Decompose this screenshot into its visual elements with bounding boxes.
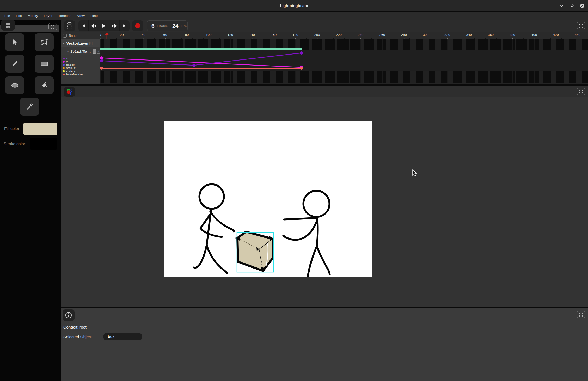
menu-view[interactable]: View: [74, 13, 88, 19]
menu-timeline[interactable]: Timeline: [56, 13, 75, 19]
property-name: x: [66, 57, 68, 60]
skip-to-end-button[interactable]: [120, 20, 130, 31]
keyframe-dot-x: [100, 59, 103, 62]
fill-color-label: Fill color:: [4, 126, 20, 131]
ruler-tick-label: 20: [120, 33, 124, 37]
minimize-button[interactable]: [558, 2, 565, 9]
ellipse-tool-button[interactable]: [5, 76, 24, 94]
info-button[interactable]: [63, 309, 75, 321]
ruler-tick-label: 160: [271, 33, 277, 37]
film-strip-icon: [66, 22, 73, 29]
context-label: Context: root: [63, 325, 87, 330]
fps-value: 24: [172, 23, 178, 29]
skip-start-icon: [81, 24, 86, 28]
ruler-tick-label: 220: [336, 33, 342, 37]
paint-bucket-tool-button[interactable]: [35, 76, 54, 94]
tool-panel-expand-button[interactable]: [48, 23, 57, 30]
property-row-scale_x[interactable]: scale_x: [61, 67, 100, 70]
ruler-tick-label: 400: [531, 33, 537, 37]
timeline-expand-button[interactable]: [577, 22, 585, 29]
selected-object-value[interactable]: box: [103, 333, 142, 340]
frame-label: FRAME: [157, 24, 168, 27]
panel-grid-button[interactable]: [1, 20, 15, 31]
eyedropper-icon: [26, 103, 34, 111]
stroke-color-swatch[interactable]: [30, 138, 57, 150]
property-row-frameNumber[interactable]: frameNumber: [61, 73, 100, 76]
ruler-tick-label: 260: [379, 33, 385, 37]
ruler-tick-label: 420: [553, 33, 559, 37]
playhead[interactable]: [105, 32, 109, 39]
rectangle-tool-button[interactable]: [35, 55, 54, 73]
layer-badge: [L]: [89, 41, 92, 45]
property-name: scale_y: [66, 70, 76, 73]
select-tool-button[interactable]: [5, 33, 24, 51]
transform-icon: [40, 38, 48, 46]
stage[interactable]: [164, 121, 372, 277]
property-row-rotation[interactable]: rotation: [61, 63, 100, 66]
skip-end-icon: [122, 24, 127, 28]
ruler-tick-label: 320: [444, 33, 450, 37]
shapes-button[interactable]: [64, 87, 75, 97]
canvas-expand-button[interactable]: [577, 88, 585, 95]
ruler-tick-label: 60: [163, 33, 167, 37]
ruler-tick-label: 280: [401, 33, 407, 37]
frame-counter[interactable]: 6 FRAME 24 FPS: [147, 20, 188, 31]
ruler-tick-label: 0: [100, 33, 101, 37]
ruler-tick-label: 80: [185, 33, 189, 37]
menu-file[interactable]: File: [2, 13, 13, 19]
menu-bar: FileEditModifyLayerTimelineViewHelp: [0, 12, 588, 20]
menu-modify[interactable]: Modify: [25, 13, 41, 19]
ruler-tick-label: 340: [466, 33, 472, 37]
snap-row: Snap: [61, 32, 100, 39]
layer-row-sprite[interactable]: ▾ 151ad70a… ~: [61, 47, 100, 55]
ruler-tick-label: 180: [293, 33, 298, 37]
property-row-x[interactable]: x: [61, 57, 100, 60]
maximize-button[interactable]: [568, 2, 576, 9]
pencil-icon: [11, 60, 19, 68]
expand-icon: [579, 24, 583, 28]
select-arrow-icon: [11, 38, 19, 46]
timeline-tracks[interactable]: [100, 39, 588, 84]
inspector-expand-button[interactable]: [577, 311, 585, 318]
expand-icon: [579, 313, 583, 317]
rewind-icon: [91, 24, 97, 28]
title-bar: Lightningbeam: [0, 0, 588, 11]
record-button[interactable]: [132, 20, 143, 31]
rewind-button[interactable]: [89, 20, 99, 31]
layer-row-vectorlayer[interactable]: ▾ VectorLayer [L]: [61, 39, 100, 47]
eyedropper-tool-button[interactable]: [20, 98, 39, 116]
sprite-mode-toggle[interactable]: ~: [97, 49, 100, 54]
info-icon: [65, 312, 72, 319]
collapse-triangle-icon[interactable]: ▾: [67, 50, 69, 53]
layers-column: ▾ VectorLayer [L] ▾ 151ad70a… ~ xyrotati…: [61, 39, 100, 84]
stick-figure-left: [194, 184, 234, 273]
timeline-ruler[interactable]: 0204060801001201401601802002202402602803…: [100, 32, 588, 39]
property-row-y[interactable]: y: [61, 60, 100, 63]
record-icon: [134, 23, 141, 29]
sprite-visibility-toggle[interactable]: [93, 49, 96, 54]
close-button[interactable]: [579, 2, 586, 9]
film-button[interactable]: [64, 20, 75, 31]
fast-forward-button[interactable]: [109, 20, 119, 31]
transform-tool-button[interactable]: [35, 33, 54, 51]
play-button[interactable]: [99, 20, 109, 31]
snap-checkbox[interactable]: [63, 34, 67, 38]
menu-edit[interactable]: Edit: [13, 13, 25, 19]
tool-panel: Fill color: Stroke color:: [0, 20, 61, 381]
ruler-tick-label: 200: [314, 33, 320, 37]
fill-color-swatch[interactable]: [23, 123, 57, 135]
menu-layer[interactable]: Layer: [41, 13, 56, 19]
ruler-tick-label: 440: [575, 33, 580, 37]
menu-help[interactable]: Help: [88, 13, 101, 19]
ruler-tick-label: 240: [358, 33, 363, 37]
ruler-tick-label: 100: [206, 33, 212, 37]
ruler-tick-label: 300: [423, 33, 428, 37]
skip-to-start-button[interactable]: [78, 20, 89, 31]
collapse-triangle-icon[interactable]: ▾: [63, 41, 64, 45]
keyframe-curves: [100, 39, 588, 84]
shapes-icon: [66, 88, 73, 95]
ruler-tick-label: 360: [488, 33, 494, 37]
pencil-tool-button[interactable]: [5, 55, 24, 73]
property-name: rotation: [66, 63, 75, 66]
property-row-scale_y[interactable]: scale_y: [61, 70, 100, 73]
